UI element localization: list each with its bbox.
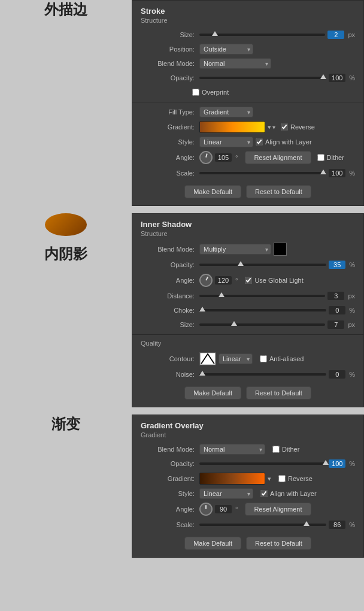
gradient-overlay-scale-thumb[interactable] xyxy=(304,521,310,526)
inner-shadow-size-control: 7 px xyxy=(199,320,355,329)
stroke-gradient-dropdown[interactable]: ▾ xyxy=(268,123,278,131)
inner-shadow-size-unit: px xyxy=(348,321,355,328)
inner-shadow-size-slider[interactable] xyxy=(199,323,325,326)
stroke-style-select[interactable]: Linear Radial xyxy=(199,137,253,147)
gradient-overlay-gradient-dd[interactable]: ▾ xyxy=(268,474,271,483)
inner-shadow-choke-input[interactable]: 0 xyxy=(329,306,345,314)
gradient-overlay-style-select-wrapper[interactable]: Linear Radial xyxy=(199,488,253,499)
inner-shadow-make-default-button[interactable]: Make Default xyxy=(184,386,241,400)
inner-shadow-color-swatch[interactable] xyxy=(274,243,287,256)
gradient-overlay-scale-input[interactable]: 86 xyxy=(329,521,345,529)
inner-shadow-opacity-thumb[interactable] xyxy=(238,261,244,266)
inner-shadow-cn-label: 内阴影 xyxy=(44,244,87,264)
inner-shadow-contour-select[interactable]: Linear xyxy=(219,353,253,364)
gradient-overlay-align-checkbox[interactable] xyxy=(260,490,268,497)
inner-shadow-distance-unit: px xyxy=(348,292,355,300)
stroke-gradient-bar[interactable] xyxy=(199,121,265,133)
inner-shadow-blend-select[interactable]: Multiply Normal Screen xyxy=(199,244,271,255)
stroke-opacity-unit: % xyxy=(349,74,355,81)
stroke-size-input[interactable]: 2 xyxy=(327,31,344,39)
inner-shadow-choke-thumb[interactable] xyxy=(199,307,205,311)
inner-shadow-choke-slider[interactable] xyxy=(199,309,326,311)
gradient-overlay-make-default-button[interactable]: Make Default xyxy=(184,537,241,550)
inner-shadow-size-thumb[interactable] xyxy=(231,321,237,326)
gradient-overlay-opacity-input[interactable]: 100 xyxy=(329,459,345,468)
stroke-align-checkbox-label[interactable]: Align with Layer xyxy=(256,138,312,146)
inner-shadow-global-light-checkbox-label[interactable]: Use Global Light xyxy=(245,277,303,284)
stroke-scale-input[interactable]: 100 xyxy=(329,169,345,177)
stroke-make-default-button[interactable]: Make Default xyxy=(184,185,241,198)
stroke-angle-input[interactable]: 105 xyxy=(215,153,232,162)
stroke-align-checkbox[interactable] xyxy=(256,138,263,146)
inner-shadow-global-light-checkbox[interactable] xyxy=(245,277,252,284)
stroke-angle-dial[interactable] xyxy=(199,151,213,164)
stroke-opacity-thumb[interactable] xyxy=(320,74,326,79)
gradient-overlay-gradient-bar[interactable] xyxy=(199,473,265,485)
gradient-overlay-blend-select-wrapper[interactable]: Normal Multiply xyxy=(199,444,265,455)
stroke-dither-checkbox[interactable] xyxy=(317,154,324,161)
stroke-style-select-wrapper[interactable]: Linear Radial xyxy=(199,137,253,147)
inner-shadow-angle-control: 120 ° Use Global Light xyxy=(199,274,355,287)
gradient-overlay-reset-alignment-button[interactable]: Reset Alignment xyxy=(245,503,311,516)
stroke-opacity-slider[interactable] xyxy=(199,77,326,79)
stroke-opacity-row: Opacity: 100 % xyxy=(132,71,363,85)
stroke-reset-to-default-button[interactable]: Reset to Default xyxy=(246,185,311,198)
inner-shadow-choke-label: Choke: xyxy=(141,307,195,314)
gradient-overlay-opacity-slider[interactable] xyxy=(199,462,326,465)
stroke-blend-mode-select-wrapper[interactable]: Normal Multiply Screen xyxy=(199,58,271,69)
gradient-overlay-angle-input[interactable]: 90 xyxy=(215,505,232,513)
stroke-reset-alignment-button[interactable]: Reset Alignment xyxy=(245,151,311,164)
gradient-overlay-section: 渐变 Gradient Overlay Gradient Blend Mode:… xyxy=(0,415,364,558)
gradient-overlay-align-checkbox-label[interactable]: Align with Layer xyxy=(260,490,317,497)
gradient-overlay-reverse-checkbox-label[interactable]: Reverse xyxy=(278,475,313,482)
stroke-blend-mode-select[interactable]: Normal Multiply Screen xyxy=(199,58,271,69)
stroke-overprint-checkbox-label[interactable]: Overprint xyxy=(192,89,229,96)
inner-shadow-contour-thumb[interactable] xyxy=(199,352,216,365)
inner-shadow-contour-dropdown[interactable]: Linear xyxy=(219,353,253,364)
inner-shadow-anti-aliased-checkbox-label[interactable]: Anti-aliased xyxy=(260,355,304,362)
stroke-opacity-input[interactable]: 100 xyxy=(329,74,345,82)
stroke-reverse-checkbox-label[interactable]: Reverse xyxy=(281,123,315,131)
gradient-overlay-dither-checkbox-label[interactable]: Dither xyxy=(272,446,299,453)
stroke-overprint-checkbox[interactable] xyxy=(192,89,199,96)
inner-shadow-global-light-label: Use Global Light xyxy=(254,277,303,284)
gradient-overlay-style-select[interactable]: Linear Radial xyxy=(199,488,253,499)
stroke-scale-slider[interactable] xyxy=(199,172,326,174)
inner-shadow-contour-row: Contour: Linear xyxy=(132,350,363,367)
stroke-dither-checkbox-label[interactable]: Dither xyxy=(317,154,344,161)
gradient-overlay-panel-title: Gradient Overlay xyxy=(132,421,363,431)
inner-shadow-blend-select-wrapper[interactable]: Multiply Normal Screen xyxy=(199,244,271,255)
stroke-fill-type-select-wrapper[interactable]: Gradient Color Pattern xyxy=(199,107,253,117)
gradient-overlay-reset-to-default-button[interactable]: Reset to Default xyxy=(246,537,311,550)
gradient-overlay-scale-slider[interactable] xyxy=(199,524,326,526)
inner-shadow-size-input[interactable]: 7 xyxy=(327,320,344,329)
stroke-size-thumb[interactable] xyxy=(212,31,218,36)
gradient-overlay-blend-select[interactable]: Normal Multiply xyxy=(199,444,265,455)
inner-shadow-distance-row: Distance: 3 px xyxy=(132,289,363,303)
stroke-size-slider[interactable] xyxy=(199,34,325,36)
inner-shadow-opacity-slider[interactable] xyxy=(199,264,326,266)
inner-shadow-reset-to-default-button[interactable]: Reset to Default xyxy=(246,386,311,400)
inner-shadow-angle-input[interactable]: 120 xyxy=(215,276,232,285)
stroke-position-select[interactable]: Outside Inside Center xyxy=(199,44,253,55)
gradient-overlay-opacity-thumb[interactable] xyxy=(323,460,329,465)
inner-shadow-opacity-input[interactable]: 35 xyxy=(329,261,345,269)
inner-shadow-anti-aliased-checkbox[interactable] xyxy=(260,355,267,362)
stroke-dither-label: Dither xyxy=(327,154,344,161)
inner-shadow-angle-dial[interactable] xyxy=(199,274,213,287)
stroke-position-select-wrapper[interactable]: Outside Inside Center xyxy=(199,44,253,55)
gradient-overlay-scale-label: Scale: xyxy=(141,521,195,528)
stroke-scale-thumb[interactable] xyxy=(320,170,326,174)
inner-shadow-distance-thumb[interactable] xyxy=(219,292,225,297)
gradient-overlay-dither-checkbox[interactable] xyxy=(272,446,280,453)
inner-shadow-noise-input[interactable]: 0 xyxy=(329,370,345,379)
inner-shadow-noise-slider[interactable] xyxy=(199,373,326,376)
gradient-overlay-angle-dial[interactable] xyxy=(199,503,213,516)
inner-shadow-angle-label: Angle: xyxy=(141,277,195,284)
inner-shadow-noise-thumb[interactable] xyxy=(199,371,205,376)
inner-shadow-distance-input[interactable]: 3 xyxy=(327,292,344,300)
stroke-fill-type-select[interactable]: Gradient Color Pattern xyxy=(199,107,253,117)
inner-shadow-left-label: 内阴影 xyxy=(0,213,132,264)
inner-shadow-distance-slider[interactable] xyxy=(199,295,325,297)
gradient-overlay-reverse-checkbox[interactable] xyxy=(278,475,286,482)
